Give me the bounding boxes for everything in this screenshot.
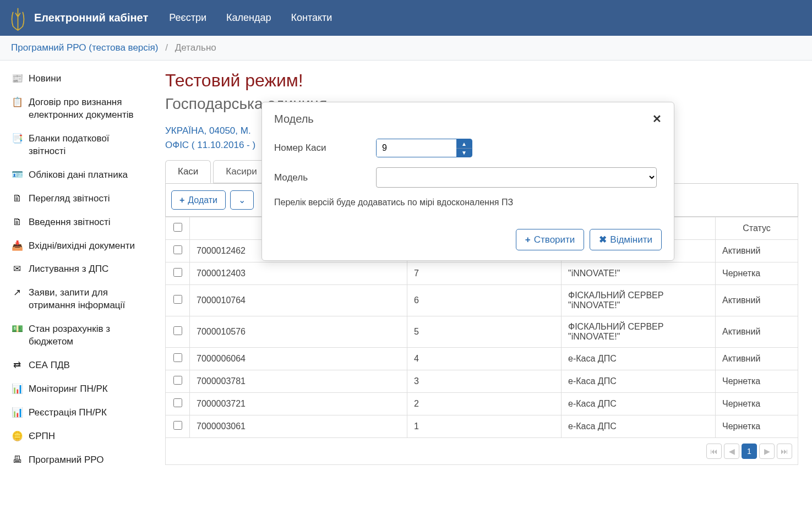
cell-num: 3 <box>407 370 562 393</box>
create-label: Створити <box>534 234 575 245</box>
row-checkbox[interactable] <box>173 398 182 407</box>
modal-note: Перелік версій буде додаватись по мірі в… <box>274 198 662 207</box>
add-button-label: Додати <box>188 195 217 205</box>
modal-body: Номер Каси ▲ ▼ Модель Перелік версій буд… <box>262 133 674 218</box>
cell-status: Чернетка <box>716 370 798 393</box>
sidebar-item-label: Заяви, запити для отримання інформації <box>29 287 140 312</box>
cell-num: 6 <box>407 285 562 316</box>
forms-icon: 📑 <box>11 133 23 145</box>
sidebar-item-registration[interactable]: 📊Реєстрація ПН/РК <box>0 401 151 425</box>
cell-status: Активний <box>716 316 798 348</box>
cell-model: е-Каса ДПС <box>562 348 716 370</box>
cell-model: ФІСКАЛЬНИЙ СЕРВЕР "iNNOVATE!" <box>562 285 716 316</box>
cell-num: 5 <box>407 316 562 348</box>
printer-icon: 🖶 <box>11 454 23 467</box>
page-last[interactable]: ⏭ <box>777 444 792 459</box>
nav-link-registries[interactable]: Реєстри <box>159 12 216 24</box>
row-checkbox[interactable] <box>173 421 182 430</box>
row-checkbox[interactable] <box>173 245 182 254</box>
sidebar-item-correspondence[interactable]: ✉Листування з ДПС <box>0 258 151 281</box>
page-prev[interactable]: ◀ <box>724 444 739 459</box>
form-row-model: Модель <box>274 167 662 188</box>
cell-fiscal: 7000003721 <box>190 393 407 415</box>
sidebar: 📰Новини 📋Договір про визнання електронни… <box>0 61 151 479</box>
cell-model: е-Каса ДПС <box>562 415 716 438</box>
sidebar-item-sea-pdv[interactable]: ⇄СЕА ПДВ <box>0 354 151 377</box>
sidebar-item-label: Вхідні/вихідні документи <box>29 240 135 253</box>
row-checkbox[interactable] <box>173 326 182 335</box>
cell-model: е-Каса ДПС <box>562 393 716 415</box>
inbox-icon: 📥 <box>11 240 23 253</box>
tab-kasy[interactable]: Каси <box>165 160 211 183</box>
page-first[interactable]: ⏮ <box>706 444 722 459</box>
sidebar-item-label: СЕА ПДВ <box>29 359 70 372</box>
spinner-up[interactable]: ▲ <box>456 139 472 148</box>
table-row: 70000124037"iNNOVATE!"Чернетка <box>166 262 798 285</box>
sidebar-item-monitoring[interactable]: 📊Моніторинг ПН/РК <box>0 377 151 401</box>
sidebar-item-label: Програмний РРО <box>29 454 104 467</box>
label-num: Номер Каси <box>274 143 376 154</box>
close-icon[interactable]: ✕ <box>652 112 662 125</box>
sidebar-item-account[interactable]: 🪪Облікові дані платника <box>0 163 151 187</box>
breadcrumb: Програмний РРО (тестова версія) / Деталь… <box>0 36 812 61</box>
sidebar-item-label: Реєстрація ПН/РК <box>29 407 107 419</box>
create-button[interactable]: + Створити <box>516 229 585 250</box>
select-all-checkbox[interactable] <box>173 223 182 232</box>
nav-link-contacts[interactable]: Контакти <box>281 12 342 24</box>
id-card-icon: 🪪 <box>11 169 23 182</box>
cell-status: Чернетка <box>716 262 798 285</box>
sidebar-item-view-reports[interactable]: 🗎Перегляд звітності <box>0 187 151 211</box>
sidebar-item-label: Бланки податкової звітності <box>29 133 140 158</box>
sidebar-item-label: Моніторинг ПН/РК <box>29 383 108 396</box>
document-icon: 📋 <box>11 96 23 109</box>
page-next[interactable]: ▶ <box>759 444 775 459</box>
table-row: 70000107646ФІСКАЛЬНИЙ СЕРВЕР "iNNOVATE!"… <box>166 285 798 316</box>
cancel-label: Відмінити <box>610 234 652 245</box>
row-checkbox[interactable] <box>173 376 182 385</box>
navbar: Електронний кабінет Реєстри Календар Кон… <box>0 0 812 36</box>
row-checkbox[interactable] <box>173 353 182 362</box>
sidebar-item-prro[interactable]: 🖶Програмний РРО <box>0 448 151 472</box>
register-icon: 📊 <box>11 407 23 419</box>
cell-num: 2 <box>407 393 562 415</box>
sidebar-item-label: Стан розрахунків з бюджетом <box>29 323 140 348</box>
label-model: Модель <box>274 172 376 183</box>
table-row: 70000037813е-Каса ДПСЧернетка <box>166 370 798 393</box>
row-checkbox[interactable] <box>173 268 182 277</box>
sidebar-item-agreement[interactable]: 📋Договір про визнання електронних докуме… <box>0 91 151 127</box>
table-row: 70000037212е-Каса ДПСЧернетка <box>166 393 798 415</box>
breadcrumb-sep: / <box>165 42 168 53</box>
row-checkbox[interactable] <box>173 295 182 304</box>
sidebar-item-erpn[interactable]: 🪙ЄРПН <box>0 425 151 448</box>
sidebar-item-requests[interactable]: ↗Заяви, запити для отримання інформації <box>0 281 151 317</box>
chevron-down-icon: ⌄ <box>238 195 246 205</box>
sidebar-item-budget[interactable]: 💵Стан розрахунків з бюджетом <box>0 317 151 354</box>
breadcrumb-link[interactable]: Програмний РРО (тестова версія) <box>11 42 158 53</box>
nav-link-calendar[interactable]: Календар <box>216 12 281 24</box>
cell-fiscal: 7000003061 <box>190 415 407 438</box>
spinner-down[interactable]: ▼ <box>456 148 472 157</box>
table-row: 70000105765ФІСКАЛЬНИЙ СЕРВЕР "iNNOVATE!"… <box>166 316 798 348</box>
sidebar-item-label: ЄРПН <box>29 430 55 443</box>
sidebar-item-blanks[interactable]: 📑Бланки податкової звітності <box>0 127 151 163</box>
cell-status: Активний <box>716 240 798 262</box>
sidebar-item-enter-reports[interactable]: 🗎Введення звітності <box>0 211 151 234</box>
model-select[interactable] <box>376 167 657 188</box>
plus-icon: + <box>525 234 531 245</box>
sidebar-item-label: Новини <box>29 73 61 85</box>
cancel-button[interactable]: ✖ Відмінити <box>590 229 662 250</box>
page-current[interactable]: 1 <box>742 444 757 459</box>
monitor-icon: 📊 <box>11 383 23 396</box>
money-icon: 💵 <box>11 323 23 336</box>
dropdown-button[interactable]: ⌄ <box>230 190 254 210</box>
edit-file-icon: 🗎 <box>11 216 23 229</box>
add-button[interactable]: + Додати <box>171 190 226 210</box>
address-line1: УКРАЇНА, 04050, М. <box>165 125 251 136</box>
caret-down-icon: ▼ <box>461 150 467 156</box>
model-modal: Модель ✕ Номер Каси ▲ ▼ Модель Перелік в… <box>261 102 674 261</box>
number-spinner: ▲ ▼ <box>376 139 472 157</box>
sidebar-item-news[interactable]: 📰Новини <box>0 67 151 91</box>
sidebar-item-inbox[interactable]: 📥Вхідні/вихідні документи <box>0 234 151 258</box>
news-icon: 📰 <box>11 73 23 85</box>
num-input[interactable] <box>377 139 456 157</box>
